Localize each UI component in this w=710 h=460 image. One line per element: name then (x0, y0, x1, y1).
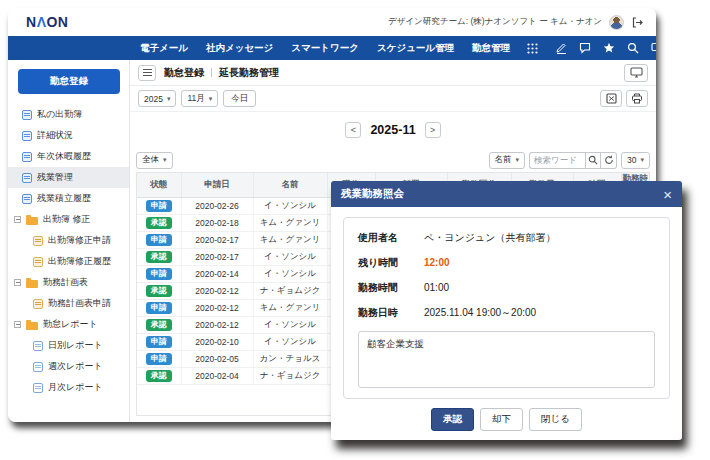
page: NΛON デザイン研究チーム: (株)ナオンソフト ー キム・ナオン 電子メール… (0, 0, 710, 460)
document-icon (33, 341, 43, 351)
name-cell: キム・グァンリ (253, 232, 327, 249)
nav-item[interactable]: スマートワーク (291, 42, 359, 55)
document-icon (33, 236, 43, 246)
tree-expander-icon[interactable] (14, 321, 21, 328)
menu-item-icon (22, 194, 32, 204)
status-badge: 承認 (146, 370, 172, 382)
field-label: 勤務時間 (358, 281, 410, 295)
modal-header: 残業勤務照会 × (331, 181, 682, 207)
naon-logo[interactable]: NΛON (26, 14, 68, 30)
user-avatar[interactable] (609, 15, 624, 30)
date-cell: 2020-02-18 (181, 215, 253, 232)
folder-icon (26, 322, 38, 330)
year-select[interactable]: 2025 (138, 90, 176, 107)
modal-close-button[interactable]: 閉じる (529, 408, 582, 431)
sidebar-item[interactable]: 年次休暇履歴 (8, 146, 129, 167)
apps-grid-icon[interactable] (527, 43, 538, 54)
date-cell: 2020-02-12 (181, 283, 253, 300)
refresh-button[interactable] (601, 152, 617, 169)
sidebar-item-label: 出勤簿修正履歴 (48, 255, 111, 268)
breadcrumb-row: 勤怠登録 延長勤務管理 (130, 60, 656, 86)
logo-on: ON (46, 14, 68, 30)
month-select[interactable]: 11月 (181, 90, 218, 107)
overtime-inquiry-modal: 残業勤務照会 × 使用者名ペ・ヨンジュン（共有部署）残り時間12:00勤務時間0… (331, 181, 682, 440)
nav-item[interactable]: 勤怠管理 (472, 42, 510, 55)
status-badge: 申請 (146, 302, 172, 314)
reject-button[interactable]: 却下 (480, 408, 523, 431)
sidebar-item[interactable]: 残業管理 (8, 167, 129, 188)
page-size-select[interactable]: 30 (621, 152, 650, 169)
excel-export-button[interactable] (600, 90, 622, 107)
status-badge: 承認 (146, 217, 172, 229)
column-header: 状態 (137, 173, 181, 198)
tree-expander-icon[interactable] (14, 216, 21, 223)
nav-item[interactable]: 社内メッセージ (206, 42, 273, 55)
sidebar-item[interactable]: 日別レポート (8, 335, 129, 356)
nav-item[interactable]: 電子メール (140, 42, 188, 55)
sidebar-item[interactable]: 勤怠レポート (8, 314, 129, 335)
modal-field: 使用者名ペ・ヨンジュン（共有部署） (358, 231, 655, 245)
sidebar-item[interactable]: 詳細状況 (8, 125, 129, 146)
chat-icon[interactable] (579, 42, 591, 54)
name-cell: キム・グァンリ (253, 215, 327, 232)
approve-button[interactable]: 承認 (431, 408, 474, 431)
status-badge: 申請 (146, 353, 172, 365)
nav-right-icons (555, 42, 656, 54)
date-cell: 2020-02-17 (181, 232, 253, 249)
menu-item-icon (22, 110, 32, 120)
name-cell: イ・ソンシル (253, 317, 327, 334)
sidebar-item[interactable]: 私の出勤簿 (8, 104, 129, 125)
star-icon[interactable] (603, 42, 615, 54)
status-cell: 申請 (137, 334, 181, 351)
today-button[interactable]: 今日 (223, 90, 256, 107)
month-navigation: < 2025-11 > (130, 112, 656, 148)
logo-a: Λ (37, 14, 47, 30)
breadcrumb-section: 勤怠登録 (164, 66, 204, 80)
sidebar-item-label: 勤務計画表 (43, 276, 88, 289)
name-cell: イ・ソンシル (253, 266, 327, 283)
modal-field: 残り時間12:00 (358, 256, 655, 270)
next-month-button[interactable]: > (425, 122, 441, 138)
status-cell: 承認 (137, 249, 181, 266)
sidebar-item[interactable]: 出勤簿修正履歴 (8, 251, 129, 272)
filter-row: 全体 名前 30 (130, 148, 656, 172)
hamburger-menu-button[interactable] (138, 65, 156, 81)
field-label: 使用者名 (358, 231, 410, 245)
field-value: 12:00 (424, 257, 450, 268)
sidebar-item[interactable]: 週次レポート (8, 356, 129, 377)
edit-icon[interactable] (555, 42, 567, 54)
status-cell: 申請 (137, 198, 181, 215)
field-label: 残り時間 (358, 256, 410, 270)
sidebar-item[interactable]: 勤務計画表申請 (8, 293, 129, 314)
date-cell: 2020-02-12 (181, 300, 253, 317)
nav-item[interactable]: スケジュール管理 (377, 42, 454, 55)
tree-expander-icon[interactable] (14, 279, 21, 286)
status-badge: 申請 (146, 268, 172, 280)
document-icon (33, 362, 43, 372)
field-value: ペ・ヨンジュン（共有部署） (424, 231, 555, 245)
status-cell: 申請 (137, 266, 181, 283)
display-view-button[interactable] (624, 64, 648, 82)
search-icon[interactable] (627, 42, 639, 54)
modal-body: 使用者名ペ・ヨンジュン（共有部署）残り時間12:00勤務時間01:00勤務日時2… (331, 207, 682, 399)
logout-button[interactable] (631, 16, 644, 29)
search-field-select[interactable]: 名前 (489, 152, 526, 169)
search-input[interactable] (529, 152, 585, 169)
search-submit-button[interactable] (585, 152, 601, 169)
monitor-icon[interactable] (651, 42, 656, 54)
close-icon[interactable]: × (663, 187, 672, 202)
attendance-register-button[interactable]: 勤怠登録 (18, 69, 120, 94)
sidebar-item[interactable]: 残業積立履歴 (8, 188, 129, 209)
sidebar-item[interactable]: 出勤簿修正申請 (8, 230, 129, 251)
date-cell: 2020-02-10 (181, 334, 253, 351)
field-value: 01:00 (424, 282, 449, 293)
sidebar-item[interactable]: 出勤簿 修正 (8, 209, 129, 230)
prev-month-button[interactable]: < (345, 122, 361, 138)
modal-fields: 使用者名ペ・ヨンジュン（共有部署）残り時間12:00勤務時間01:00勤務日時2… (358, 231, 655, 320)
sidebar-item[interactable]: 勤務計画表 (8, 272, 129, 293)
document-icon (33, 383, 43, 393)
name-cell: カン・チョルス (253, 351, 327, 368)
print-button[interactable] (626, 90, 648, 107)
sidebar-item[interactable]: 月次レポート (8, 377, 129, 398)
scope-select[interactable]: 全体 (136, 152, 173, 169)
